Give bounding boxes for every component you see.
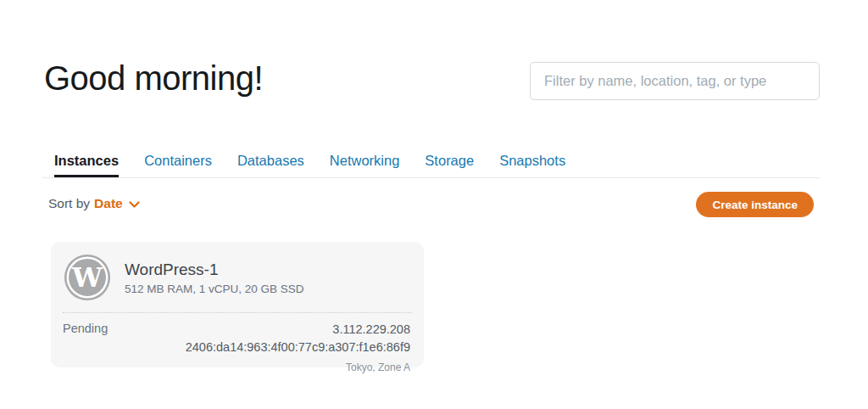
tab-snapshots[interactable]: Snapshots bbox=[499, 153, 565, 177]
instance-addresses: 3.112.229.208 2406:da14:963:4f00:77c9:a3… bbox=[186, 321, 410, 373]
svg-text:W: W bbox=[71, 261, 103, 294]
tab-storage[interactable]: Storage bbox=[425, 153, 474, 177]
instance-card[interactable]: W WordPress-1 512 MB RAM, 1 vCPU, 20 GB … bbox=[51, 242, 424, 367]
wordpress-logo-icon: W bbox=[63, 253, 112, 302]
filter-input[interactable] bbox=[530, 62, 820, 100]
sort-by-label: Sort by bbox=[48, 196, 90, 211]
resource-tabs: Instances Containers Databases Networkin… bbox=[54, 153, 565, 177]
sort-by-control[interactable]: Sort by Date bbox=[48, 196, 140, 211]
page-title: Good morning! bbox=[44, 59, 263, 98]
tab-containers[interactable]: Containers bbox=[144, 153, 212, 177]
instance-card-footer: Pending 3.112.229.208 2406:da14:963:4f00… bbox=[51, 313, 424, 373]
instance-card-header: W WordPress-1 512 MB RAM, 1 vCPU, 20 GB … bbox=[51, 242, 424, 312]
status-badge: Pending bbox=[63, 321, 108, 335]
lightsail-home-page: Good morning! Instances Containers Datab… bbox=[0, 0, 868, 409]
tabs-divider bbox=[42, 177, 821, 178]
sort-by-value: Date bbox=[94, 196, 123, 211]
tab-networking[interactable]: Networking bbox=[330, 153, 400, 177]
instance-name: WordPress-1 bbox=[125, 261, 304, 279]
tab-instances[interactable]: Instances bbox=[54, 153, 119, 177]
create-instance-button[interactable]: Create instance bbox=[696, 192, 814, 217]
instance-ipv4: 3.112.229.208 bbox=[186, 321, 410, 339]
chevron-down-icon bbox=[129, 201, 140, 209]
instance-specs: 512 MB RAM, 1 vCPU, 20 GB SSD bbox=[125, 283, 304, 295]
instance-card-titles: WordPress-1 512 MB RAM, 1 vCPU, 20 GB SS… bbox=[125, 261, 304, 295]
instance-ipv6: 2406:da14:963:4f00:77c9:a307:f1e6:86f9 bbox=[186, 339, 410, 356]
tab-databases[interactable]: Databases bbox=[237, 153, 304, 177]
instance-location: Tokyo, Zone A bbox=[186, 361, 410, 373]
